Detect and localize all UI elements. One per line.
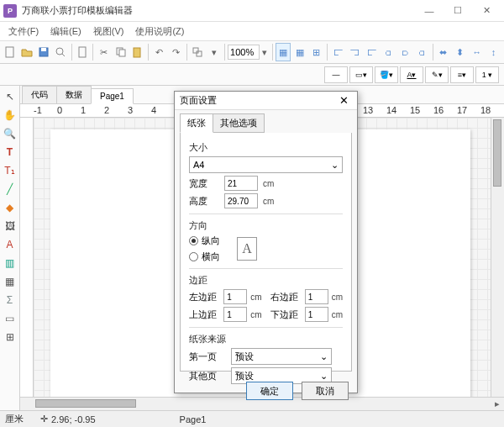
sum-tool[interactable]: Σ bbox=[3, 293, 18, 308]
menu-edit[interactable]: 编辑(E) bbox=[45, 24, 87, 40]
label-margin-top: 上边距 bbox=[189, 308, 220, 321]
redo-button[interactable]: ↷ bbox=[168, 43, 184, 61]
same-width-button[interactable]: ↔ bbox=[469, 43, 485, 61]
menubar: 文件(F) 编辑(E) 视图(V) 使用说明(Z) bbox=[0, 22, 504, 40]
ruler-number: 1 bbox=[81, 105, 86, 115]
ruler-number: 16 bbox=[433, 105, 444, 115]
image-tool[interactable]: 🖼 bbox=[3, 219, 18, 234]
zoom-input[interactable]: 100% bbox=[228, 45, 260, 60]
tab-page1[interactable]: Page1 bbox=[91, 88, 134, 104]
minimize-button[interactable]: — bbox=[415, 1, 444, 21]
align-center-button[interactable]: ⫎ bbox=[347, 43, 363, 61]
cursor-tool[interactable]: ↖ bbox=[3, 89, 18, 104]
preview-button[interactable] bbox=[53, 43, 69, 61]
margin-right-input[interactable] bbox=[305, 289, 328, 304]
distribute-h-button[interactable]: ⬌ bbox=[435, 43, 451, 61]
subreport-tool[interactable]: ⊞ bbox=[3, 329, 18, 345]
table-tool[interactable]: ▦ bbox=[3, 274, 18, 289]
first-page-select[interactable]: 预设⌄ bbox=[231, 348, 332, 365]
cut-button[interactable]: ✂ bbox=[96, 43, 112, 61]
border-button[interactable]: ▭▾ bbox=[349, 66, 373, 83]
radio-portrait[interactable]: 纵向 bbox=[189, 235, 220, 247]
grid-toggle-2[interactable]: ▦ bbox=[291, 43, 307, 61]
new-button[interactable] bbox=[3, 43, 18, 61]
section-size: 大小 bbox=[189, 141, 343, 154]
same-height-button[interactable]: ↕ bbox=[486, 43, 501, 61]
distribute-v-button[interactable]: ⬍ bbox=[452, 43, 468, 61]
zoom-dropdown[interactable]: ▾ bbox=[260, 43, 269, 61]
align-bottom-button[interactable]: ⫏ bbox=[414, 43, 430, 61]
dialog-tab-paper[interactable]: 纸张 bbox=[180, 113, 213, 133]
align-top-button[interactable]: ⫏ bbox=[381, 43, 396, 61]
open-button[interactable] bbox=[19, 43, 35, 61]
close-button[interactable]: ✕ bbox=[472, 1, 501, 21]
barcode-tool[interactable]: ▥ bbox=[3, 256, 18, 271]
font-color-button[interactable]: A▾ bbox=[400, 66, 423, 83]
svg-rect-2 bbox=[41, 48, 46, 51]
svg-rect-10 bbox=[197, 51, 202, 56]
dialog-close-button[interactable]: ✕ bbox=[335, 93, 352, 108]
chevron-down-icon: ⌄ bbox=[320, 351, 328, 362]
hand-tool[interactable]: ✋ bbox=[3, 108, 18, 123]
copy-button[interactable] bbox=[113, 43, 129, 61]
label-margin-bottom: 下边距 bbox=[270, 308, 302, 321]
ruler-number: 4 bbox=[151, 105, 156, 115]
svg-rect-5 bbox=[79, 47, 86, 57]
font-tool[interactable]: A bbox=[3, 237, 18, 252]
margin-bottom-input[interactable] bbox=[305, 307, 328, 322]
line-style-button[interactable]: ≡▾ bbox=[450, 66, 474, 83]
grid-toggle-1[interactable]: ▦ bbox=[276, 43, 291, 61]
rect-tool[interactable]: ▭ bbox=[3, 311, 18, 326]
scrollbar-vertical[interactable] bbox=[491, 118, 504, 397]
svg-rect-0 bbox=[6, 47, 13, 57]
menu-view[interactable]: 视图(V) bbox=[88, 24, 129, 40]
maximize-button[interactable]: ☐ bbox=[444, 1, 472, 21]
paste-button[interactable] bbox=[129, 43, 145, 61]
label-margin-left: 左边距 bbox=[189, 291, 220, 303]
undo-button[interactable]: ↶ bbox=[151, 43, 167, 61]
line-color-button[interactable]: ✎▾ bbox=[425, 66, 449, 83]
format-tool[interactable]: T₁ bbox=[3, 163, 18, 178]
align-right-button[interactable]: ⫍ bbox=[364, 43, 380, 61]
ruler-number: 15 bbox=[410, 105, 420, 115]
radio-icon bbox=[189, 252, 198, 261]
page-setup-button[interactable] bbox=[74, 43, 90, 61]
ok-button[interactable]: 确定 bbox=[246, 382, 293, 400]
align-left-button[interactable]: ⫍ bbox=[330, 43, 346, 61]
paper-size-select[interactable]: A4⌄ bbox=[189, 156, 343, 173]
margin-top-input[interactable] bbox=[223, 307, 247, 322]
ungroup-button[interactable]: ▾ bbox=[206, 43, 222, 61]
height-input[interactable] bbox=[224, 193, 258, 208]
status-page: Page1 bbox=[180, 414, 207, 424]
zoom-tool[interactable]: 🔍 bbox=[3, 126, 18, 141]
menu-file[interactable]: 文件(F) bbox=[3, 24, 44, 40]
fill-button[interactable]: 🪣▾ bbox=[375, 66, 398, 83]
tab-data[interactable]: 数据 bbox=[56, 86, 92, 103]
dialog-tab-other[interactable]: 其他选项 bbox=[213, 113, 265, 133]
width-input[interactable] bbox=[224, 176, 258, 191]
text-tool[interactable]: T bbox=[3, 145, 18, 160]
menu-help[interactable]: 使用说明(Z) bbox=[130, 24, 189, 40]
align-middle-button[interactable]: ⫐ bbox=[397, 43, 413, 61]
dialog-titlebar[interactable]: 页面设置 ✕ bbox=[175, 92, 357, 110]
app-title: 万商联小票打印模板编辑器 bbox=[22, 4, 415, 17]
ruler-number: 2 bbox=[104, 105, 109, 115]
ruler-number: 13 bbox=[363, 105, 373, 115]
group-button[interactable] bbox=[189, 43, 205, 61]
line-tool[interactable]: ╱ bbox=[3, 182, 18, 197]
tab-code[interactable]: 代码 bbox=[22, 86, 57, 103]
save-button[interactable] bbox=[36, 43, 52, 61]
unit-width: cm bbox=[263, 179, 274, 188]
radio-landscape[interactable]: 横向 bbox=[189, 250, 220, 263]
label-height: 高度 bbox=[189, 195, 219, 208]
shape-tool[interactable]: ◆ bbox=[3, 200, 18, 215]
section-source: 纸张来源 bbox=[189, 333, 343, 345]
dialog-tabs: 纸张 其他选项 bbox=[175, 110, 357, 133]
label-margin-right: 右边距 bbox=[270, 291, 302, 303]
margin-left-input[interactable] bbox=[223, 289, 247, 304]
cancel-button[interactable]: 取消 bbox=[302, 382, 349, 400]
ruler-number: 17 bbox=[457, 105, 467, 115]
grid-toggle-3[interactable]: ⊞ bbox=[308, 43, 324, 61]
line-weight-button[interactable]: 1 ▾ bbox=[475, 66, 499, 83]
style-button[interactable]: — bbox=[324, 66, 348, 83]
